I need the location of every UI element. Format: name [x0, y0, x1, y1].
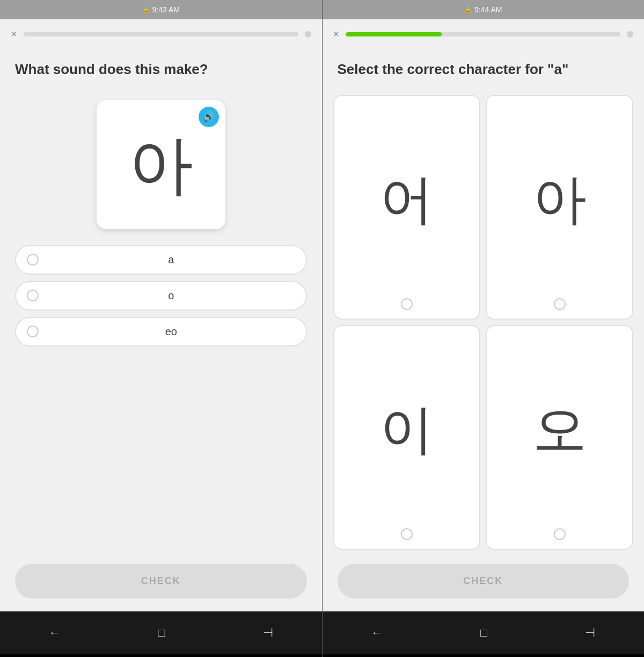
left-recent-button[interactable]: ⊣	[247, 621, 289, 645]
left-home-button[interactable]: □	[142, 621, 181, 645]
right-grid-i-radio	[401, 528, 413, 540]
left-option-eo[interactable]: eo	[15, 317, 307, 346]
left-lock-icon: 🔒	[142, 6, 150, 13]
right-check-button[interactable]: CHECK	[338, 564, 630, 599]
left-char-card: 아 🔊	[97, 100, 225, 229]
left-progress-dot	[305, 31, 311, 38]
left-character: 아	[129, 132, 193, 197]
right-grid-i-char: 이	[380, 335, 434, 524]
left-check-button[interactable]: CHECK	[15, 564, 307, 599]
left-phone: 🔒 9:43 AM × What sound does this make? 아	[0, 0, 323, 611]
right-question-text: Select the correct character for "a"	[338, 61, 630, 79]
right-screen: × Select the correct character for "a" 어…	[323, 19, 645, 611]
right-grid-a-radio	[554, 298, 566, 310]
left-bottom-nav: ← □ ⊣	[0, 611, 322, 654]
right-grid-o-radio	[554, 528, 566, 540]
right-time: 🔒 9:44 AM	[464, 5, 502, 14]
right-question-area: Select the correct character for "a"	[323, 45, 645, 90]
left-sound-button[interactable]: 🔊	[199, 107, 219, 127]
left-progress-bar	[24, 32, 298, 36]
right-back-button[interactable]: ←	[355, 621, 399, 645]
right-grid-area: 어 아 이 오	[323, 90, 645, 555]
left-question-text: What sound does this make?	[15, 61, 307, 79]
left-radio-o	[27, 290, 39, 301]
left-check-btn-container: CHECK	[0, 555, 322, 611]
left-char-card-container: 아 🔊	[0, 90, 322, 240]
right-grid-eo-char: 어	[380, 105, 434, 294]
left-radio-eo	[27, 326, 39, 337]
left-option-eo-text: eo	[47, 326, 295, 338]
right-grid-o-char: 오	[533, 335, 587, 524]
right-grid-a[interactable]: 아	[486, 95, 633, 320]
right-progress-dot	[627, 31, 633, 38]
right-grid-i[interactable]: 이	[333, 325, 481, 550]
left-option-o[interactable]: o	[15, 281, 307, 311]
right-check-btn-container: CHECK	[323, 555, 645, 611]
right-grid-o[interactable]: 오	[486, 325, 633, 550]
left-option-a-text: a	[47, 254, 295, 266]
left-question-area: What sound does this make?	[0, 45, 322, 90]
right-progress-fill	[346, 32, 442, 36]
left-option-o-text: o	[47, 290, 295, 302]
left-screen: × What sound does this make? 아 🔊	[0, 19, 322, 611]
left-status-bar: 🔒 9:43 AM	[0, 0, 322, 19]
right-progress-bar	[346, 32, 620, 36]
right-grid-a-char: 아	[533, 105, 587, 294]
left-nav-bar: ×	[0, 19, 322, 45]
right-bottom-nav: ← □ ⊣	[323, 611, 645, 654]
left-close-button[interactable]: ×	[11, 28, 17, 40]
left-options-area: a o eo	[0, 240, 322, 555]
right-recent-button[interactable]: ⊣	[569, 621, 611, 645]
right-status-bar: 🔒 9:44 AM	[323, 0, 645, 19]
left-sound-icon: 🔊	[203, 111, 215, 123]
right-home-button[interactable]: □	[464, 621, 503, 645]
right-lock-icon: 🔒	[464, 6, 472, 13]
left-time: 🔒 9:43 AM	[142, 5, 180, 14]
right-grid-eo[interactable]: 어	[333, 95, 481, 320]
right-close-button[interactable]: ×	[333, 28, 340, 40]
right-phone: 🔒 9:44 AM × Select the correct character…	[323, 0, 645, 611]
left-option-a[interactable]: a	[15, 245, 307, 275]
right-grid-eo-radio	[401, 298, 413, 310]
left-radio-a	[27, 254, 39, 265]
left-back-button[interactable]: ←	[33, 621, 77, 645]
right-nav-bar: ×	[323, 19, 645, 45]
